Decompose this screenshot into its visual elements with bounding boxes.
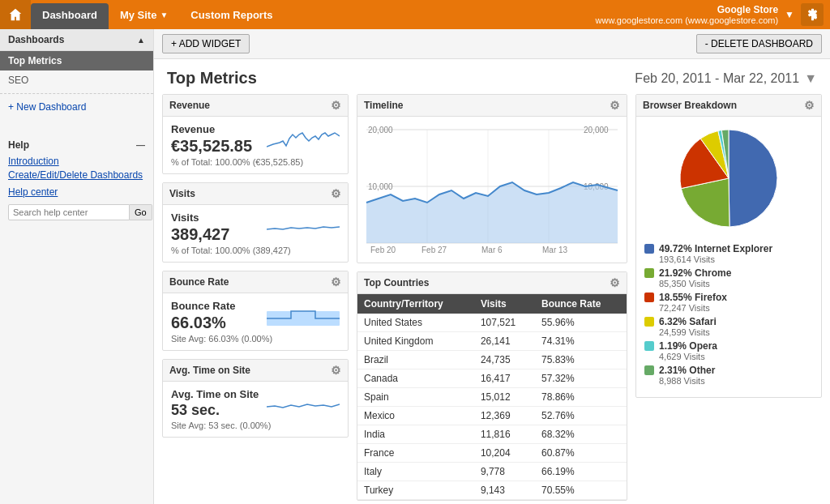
col-country[interactable]: Country/Territory	[357, 294, 474, 314]
tab-mysite[interactable]: My Site ▼	[109, 0, 179, 29]
col-visits[interactable]: Visits	[474, 294, 535, 314]
svg-marker-11	[366, 182, 618, 243]
visits-widget-header: Visits ⚙	[163, 183, 348, 205]
countries-gear-icon[interactable]: ⚙	[610, 276, 620, 289]
bounce-gear-icon[interactable]: ⚙	[331, 275, 341, 288]
bounce-metric-row: Bounce Rate 66.03%	[171, 300, 340, 334]
nav-tabs: Dashboard My Site ▼ Custom Reports	[31, 0, 284, 29]
widgets-area: Revenue ⚙ Revenue €35,525.85	[154, 94, 830, 504]
timeline-gear-icon[interactable]: ⚙	[610, 99, 620, 112]
visits-gear-icon[interactable]: ⚙	[331, 187, 341, 200]
avgtime-gear-icon[interactable]: ⚙	[331, 364, 341, 377]
sidebar-search: Go	[8, 204, 145, 220]
help-link-introduction[interactable]: Introduction	[8, 156, 145, 167]
visits-widget: Visits ⚙ Visits 389,427	[162, 182, 349, 263]
sidebar-item-top-metrics[interactable]: Top Metrics	[0, 51, 153, 70]
bounce-widget-body: Bounce Rate 66.03% Site Avg: 66.03% (0.0…	[163, 293, 348, 350]
countries-table: Country/Territory Visits Bounce Rate Uni…	[357, 294, 627, 500]
search-button[interactable]: Go	[130, 204, 152, 220]
table-row[interactable]: France10,20460.87%	[357, 444, 627, 463]
bounce-widget: Bounce Rate ⚙ Bounce Rate 66.03%	[162, 271, 349, 351]
legend-item: 1.19% Opera4,629 Visits	[644, 340, 813, 361]
legend-dot	[644, 268, 654, 278]
timeline-widget: Timeline ⚙	[357, 94, 627, 263]
legend-dot	[644, 341, 654, 351]
tab-dashboard[interactable]: Dashboard	[31, 3, 109, 29]
main-content: + ADD WIDGET - DELETE DASHBOARD Top Metr…	[154, 29, 830, 504]
browser-legend: 49.72% Internet Explorer193,614 Visits21…	[644, 243, 813, 386]
new-dashboard-link[interactable]: + New Dashboard	[0, 97, 153, 117]
account-url: www.googlestore.com (www.googlestore.com…	[596, 15, 779, 25]
sidebar-section-dashboards: Dashboards ▲	[0, 29, 153, 51]
revenue-metric-row: Revenue €35,525.85	[171, 123, 340, 157]
table-row[interactable]: India11,81668.32%	[357, 425, 627, 444]
table-row[interactable]: Canada16,41757.32%	[357, 369, 627, 388]
svg-text:Feb 20: Feb 20	[370, 246, 396, 254]
table-row[interactable]: Mexico12,36952.76%	[357, 407, 627, 425]
table-row[interactable]: Brazil24,73575.83%	[357, 351, 627, 369]
avgtime-metric-row: Avg. Time on Site 53 sec.	[171, 388, 340, 421]
timeline-chart: 20,000 10,000 20,000 10,000 Feb 20 Feb 2	[364, 122, 620, 255]
table-row[interactable]: Spain15,01278.86%	[357, 388, 627, 407]
revenue-sparkline	[267, 126, 340, 155]
settings-button[interactable]	[801, 3, 824, 26]
widgets-center: Timeline ⚙	[357, 94, 627, 501]
search-input[interactable]	[8, 204, 130, 220]
visits-subtitle: % of Total: 100.00% (389,427)	[171, 246, 340, 255]
revenue-metric-title: Revenue	[171, 123, 252, 135]
avgtime-widget: Avg. Time on Site ⚙ Avg. Time on Site 53…	[162, 359, 349, 438]
browser-gear-icon[interactable]: ⚙	[804, 99, 815, 112]
header-right: Google Store www.googlestore.com (www.go…	[596, 0, 830, 29]
sidebar: Dashboards ▲ Top Metrics SEO + New Dashb…	[0, 29, 154, 504]
account-name: Google Store	[596, 4, 779, 15]
sidebar-item-seo[interactable]: SEO	[0, 70, 153, 90]
legend-item: 21.92% Chrome85,350 Visits	[644, 267, 813, 288]
delete-dashboard-button[interactable]: - DELETE DASHBOARD	[696, 34, 822, 53]
pie-container	[644, 122, 813, 235]
bounce-metric-value: 66.03%	[171, 314, 235, 332]
bounce-widget-header: Bounce Rate ⚙	[163, 271, 348, 293]
svg-text:20,000: 20,000	[584, 126, 609, 135]
avgtime-metric-title: Avg. Time on Site	[171, 388, 259, 400]
legend-item: 18.55% Firefox72,247 Visits	[644, 292, 813, 313]
avgtime-metric-value: 53 sec.	[171, 402, 259, 419]
help-link-center[interactable]: Help center	[8, 186, 145, 198]
tab-custom-reports[interactable]: Custom Reports	[179, 0, 284, 29]
revenue-widget: Revenue ⚙ Revenue €35,525.85	[162, 94, 349, 174]
account-info: Google Store www.googlestore.com (www.go…	[596, 4, 779, 25]
date-range-text: Feb 20, 2011 - Mar 22, 2011	[635, 71, 799, 86]
browser-widget: Browser Breakdown ⚙ 49.72% Internet Expl…	[635, 94, 822, 398]
add-widget-button[interactable]: + ADD WIDGET	[162, 34, 250, 53]
revenue-gear-icon[interactable]: ⚙	[331, 99, 341, 112]
col-bounce[interactable]: Bounce Rate	[535, 294, 627, 314]
body: Dashboards ▲ Top Metrics SEO + New Dashb…	[0, 29, 830, 504]
sidebar-collapse-arrow[interactable]: ▲	[137, 36, 145, 45]
visits-metric-row: Visits 389,427	[171, 211, 340, 246]
table-row[interactable]: Turkey9,14370.55%	[357, 481, 627, 500]
svg-text:Mar 6: Mar 6	[481, 246, 503, 254]
revenue-widget-header: Revenue ⚙	[163, 95, 348, 117]
avgtime-sparkline	[267, 391, 340, 419]
date-range-picker[interactable]: Feb 20, 2011 - Mar 22, 2011 ▼	[635, 71, 817, 86]
legend-item: 6.32% Safari24,599 Visits	[644, 316, 813, 337]
account-dropdown-arrow[interactable]: ▼	[785, 9, 794, 20]
revenue-metric-value: €35,525.85	[171, 137, 252, 156]
help-collapse-btn[interactable]: —	[136, 140, 145, 150]
timeline-widget-body: 20,000 10,000 20,000 10,000 Feb 20 Feb 2	[357, 117, 627, 263]
legend-dot	[644, 244, 654, 254]
timeline-widget-header: Timeline ⚙	[357, 95, 627, 117]
table-row[interactable]: United Kingdom26,14174.31%	[357, 332, 627, 351]
help-title: Help	[8, 139, 29, 151]
header: Dashboard My Site ▼ Custom Reports Googl…	[0, 0, 830, 29]
avgtime-subtitle: Site Avg: 53 sec. (0.00%)	[171, 421, 340, 430]
table-row[interactable]: United States107,52155.96%	[357, 314, 627, 332]
svg-text:20,000: 20,000	[368, 126, 393, 135]
widgets-right: Browser Breakdown ⚙ 49.72% Internet Expl…	[635, 94, 822, 501]
help-link-create-edit[interactable]: Create/Edit/Delete Dashboards	[8, 169, 145, 181]
legend-dot	[644, 293, 654, 302]
table-row[interactable]: Italy9,77866.19%	[357, 463, 627, 481]
sidebar-help: Help — Introduction Create/Edit/Delete D…	[0, 133, 153, 227]
revenue-widget-body: Revenue €35,525.85 % of Total: 100.00% (…	[163, 117, 348, 173]
home-button[interactable]	[0, 0, 31, 29]
sidebar-divider	[0, 93, 153, 94]
